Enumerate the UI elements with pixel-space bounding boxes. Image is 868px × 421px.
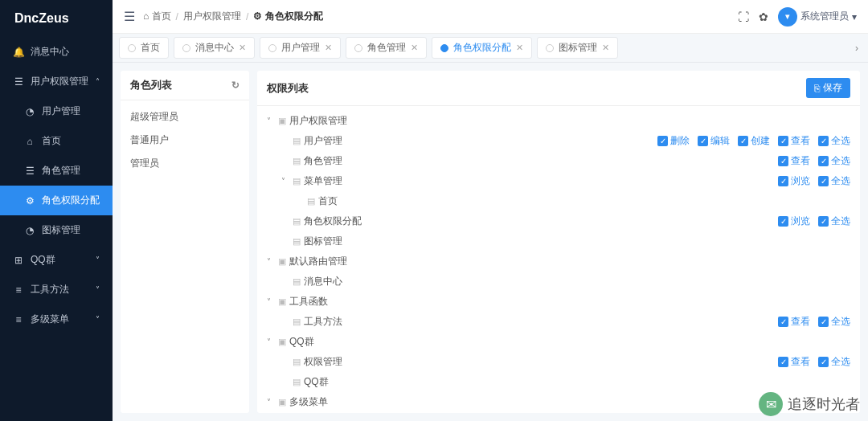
perm-label: 全选 [831,154,850,168]
tree-label[interactable]: 角色管理 [304,154,342,168]
perm-delete[interactable]: ✓删除 [657,134,690,148]
tree-label[interactable]: 多级菜单 [289,395,328,409]
sidebar-item[interactable]: ◔用户管理 [0,96,113,126]
menu-label: 多级菜单 [31,313,69,326]
perm-label: 查看 [791,154,810,168]
tree-label[interactable]: 默认路由管理 [289,255,347,268]
tree-label[interactable]: 工具函数 [289,295,328,309]
tree-label[interactable]: 图标管理 [304,235,342,248]
perm-all[interactable]: ✓全选 [818,355,850,369]
sidebar-item[interactable]: ◔图标管理 [0,215,113,245]
perm-view[interactable]: ✓查看 [778,154,810,168]
sidebar-item[interactable]: 🔔消息中心 [0,37,113,67]
checkbox-icon: ✓ [818,156,829,166]
menu-label: 消息中心 [31,45,69,59]
app-logo: DncZeus [0,0,113,37]
sidebar-item[interactable]: ≡工具方法˅ [0,275,113,305]
sidebar-item[interactable]: ☰用户权限管理˄ [0,67,113,96]
menu-icon: ≡ [13,284,24,296]
perm-all[interactable]: ✓全选 [818,134,850,148]
breadcrumb-item[interactable]: 用户权限管理 [183,10,241,23]
tree-row: ▤QQ群 [267,372,850,392]
tree-row: ▤权限管理✓查看✓全选 [267,352,850,372]
tab[interactable]: 用户管理✕ [260,37,341,59]
breadcrumb-item[interactable]: ⌂ 首页 [143,10,171,23]
toggle-icon[interactable]: ˅ [267,116,276,125]
tree-label[interactable]: 权限管理 [304,355,342,369]
chevron-icon: ˄ [96,77,100,86]
toggle-icon[interactable]: ˅ [267,297,276,306]
tree-row: ˅▣QQ群 [267,332,850,352]
close-icon[interactable]: ✕ [325,43,332,53]
file-icon: ▤ [293,136,301,146]
topbar: ☰ ⌂ 首页/用户权限管理/⚙ 角色权限分配 ⛶ ✿ ▾ 系统管理员 ▾ [113,0,868,34]
sidebar-item[interactable]: ⚙角色权限分配 [0,186,113,215]
toggle-icon[interactable]: ˅ [267,257,276,266]
perm-all[interactable]: ✓全选 [818,315,850,329]
tab[interactable]: 首页 [119,37,169,59]
permission-panel: 权限列表 ⎘ 保存 ˅▣用户权限管理▤用户管理✓删除✓编辑✓创建✓查看✓全选▤角… [257,71,860,413]
menu-label: 用户权限管理 [31,75,88,88]
avatar: ▾ [778,7,797,27]
tree-label[interactable]: 消息中心 [304,275,342,288]
checkbox-icon: ✓ [778,216,788,227]
menu-label: 角色权限分配 [42,194,100,207]
tree-label[interactable]: 首页 [318,194,338,208]
menu-toggle-icon[interactable]: ☰ [124,9,135,24]
tree-label[interactable]: 角色权限分配 [304,215,362,228]
perm-browse[interactable]: ✓浏览 [778,174,810,188]
close-icon[interactable]: ✕ [602,43,609,53]
role-item[interactable]: 管理员 [121,152,249,175]
checkbox-icon: ✓ [818,216,829,227]
tree-label[interactable]: 用户权限管理 [289,114,347,128]
perm-view[interactable]: ✓查看 [778,315,810,329]
checkbox-icon: ✓ [778,357,788,367]
toggle-icon[interactable]: ˅ [281,177,291,186]
tree-label[interactable]: QQ群 [304,375,329,389]
perm-edit[interactable]: ✓编辑 [698,134,730,148]
user-menu[interactable]: ▾ 系统管理员 ▾ [778,7,857,27]
tabs-next-icon[interactable]: › [852,39,862,57]
sidebar-item[interactable]: ⊞QQ群˅ [0,245,113,275]
perm-view[interactable]: ✓查看 [778,355,810,369]
role-item[interactable]: 超级管理员 [121,105,249,129]
tab[interactable]: 消息中心✕ [174,37,255,59]
close-icon[interactable]: ✕ [516,43,523,53]
perm-all[interactable]: ✓全选 [818,174,850,188]
tree-label[interactable]: QQ群 [289,335,314,349]
tab[interactable]: 角色管理✕ [346,37,427,59]
sidebar-item[interactable]: ≡多级菜单˅ [0,305,113,334]
tree-row: ▤角色管理✓查看✓全选 [267,151,850,171]
gear-icon[interactable]: ✿ [759,10,768,23]
tab[interactable]: 图标管理✕ [537,37,618,59]
role-item[interactable]: 普通用户 [121,129,249,152]
chevron-icon: ˅ [96,315,100,324]
toggle-icon[interactable]: ˅ [267,398,276,407]
permission-group: ✓删除✓编辑✓创建✓查看✓全选 [657,134,850,148]
tree-label[interactable]: 工具方法 [304,315,342,329]
perm-all[interactable]: ✓全选 [818,215,850,228]
perm-create[interactable]: ✓创建 [738,134,770,148]
file-icon: ▤ [293,276,301,287]
refresh-icon[interactable]: ↻ [231,80,240,91]
sidebar-item[interactable]: ☰角色管理 [0,156,113,186]
tree-label[interactable]: 用户管理 [304,134,342,148]
save-button[interactable]: ⎘ 保存 [806,78,850,98]
tree-row: ▤用户管理✓删除✓编辑✓创建✓查看✓全选 [267,131,850,151]
tree-row: ˅▤菜单管理✓浏览✓全选 [267,171,850,191]
sidebar-item[interactable]: ⌂首页 [0,126,113,156]
close-icon[interactable]: ✕ [239,43,246,53]
close-icon[interactable]: ✕ [411,43,418,53]
checkbox-icon: ✓ [818,136,829,146]
perm-view[interactable]: ✓查看 [778,134,810,148]
toggle-icon[interactable]: ˅ [267,337,276,346]
tab[interactable]: 角色权限分配✕ [432,37,532,59]
perm-all[interactable]: ✓全选 [818,154,850,168]
tree-row: ▤图标管理 [267,231,850,251]
tab-label: 角色管理 [367,41,406,55]
fullscreen-icon[interactable]: ⛶ [738,10,749,23]
breadcrumb-item: ⚙ 角色权限分配 [253,10,322,23]
tree-label[interactable]: 菜单管理 [304,174,342,188]
perm-browse[interactable]: ✓浏览 [778,215,810,228]
tab-dot-icon [182,44,190,52]
